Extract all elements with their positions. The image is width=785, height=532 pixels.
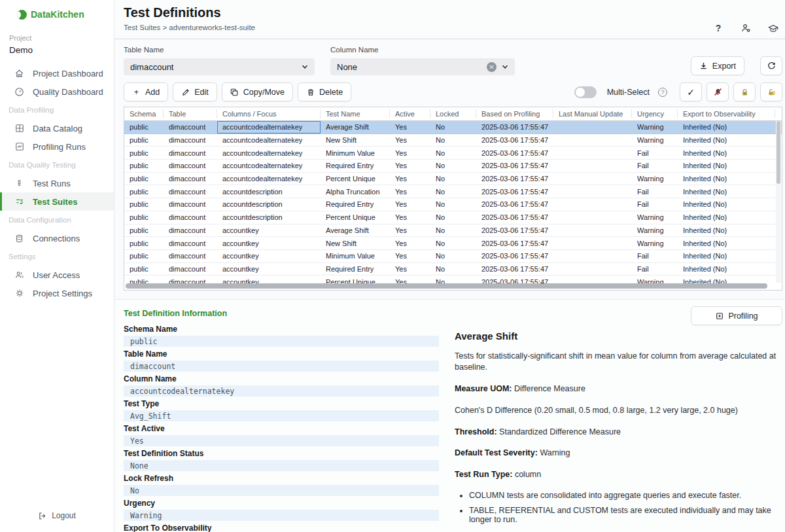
table-row[interactable]: publicdimaccountaccountcodealternatekeyM… [124, 147, 782, 160]
table-cell[interactable]: Inherited (No) [678, 134, 775, 147]
table-cell[interactable] [553, 263, 632, 275]
table-cell[interactable]: Inherited (No) [678, 198, 775, 211]
table-cell[interactable]: public [124, 237, 164, 249]
table-cell[interactable]: dimaccount [164, 211, 217, 224]
table-cell[interactable]: Inherited (No) [678, 250, 775, 262]
table-cell[interactable]: 2025-03-06 17:55:47 [476, 160, 553, 172]
sidebar-item-project-dashboard[interactable]: Project Dashboard [0, 64, 114, 82]
table-cell[interactable]: accountdescription [217, 185, 321, 198]
sidebar-item-data-catalog[interactable]: Data Catalog [0, 119, 114, 137]
table-cell[interactable]: Warning [632, 173, 678, 185]
table-cell[interactable]: public [124, 134, 164, 147]
unlock-button[interactable] [760, 82, 782, 101]
table-cell[interactable] [553, 211, 632, 224]
table-cell[interactable]: public [124, 224, 164, 237]
copy-move-button[interactable]: Copy/Move [222, 82, 293, 101]
table-cell[interactable]: No [430, 147, 476, 159]
table-cell[interactable] [553, 147, 632, 159]
sidebar-item-connections[interactable]: Connections [0, 229, 114, 247]
mute-tests-button[interactable] [706, 82, 729, 101]
table-cell[interactable] [553, 173, 632, 185]
vertical-scrollbar-thumb[interactable] [776, 121, 780, 184]
table-cell[interactable]: Inherited (No) [678, 224, 775, 237]
table-cell[interactable]: Yes [390, 147, 430, 159]
table-cell[interactable]: No [430, 185, 476, 198]
table-cell[interactable]: public [124, 211, 164, 224]
table-cell[interactable]: Yes [390, 121, 430, 133]
table-cell[interactable]: Yes [390, 237, 430, 249]
table-cell[interactable]: Yes [390, 263, 430, 275]
table-cell[interactable]: Inherited (No) [678, 185, 775, 198]
table-cell[interactable]: accountcodealternatekey [217, 173, 321, 185]
sidebar-item-profiling-runs[interactable]: Profiling Runs [0, 137, 114, 156]
header-cell[interactable]: Test Name [321, 107, 390, 120]
table-row[interactable]: publicdimaccountaccountcodealternatekeyR… [124, 160, 782, 173]
table-cell[interactable]: Inherited (No) [678, 263, 775, 275]
table-cell[interactable]: 2025-03-06 17:55:47 [476, 250, 553, 262]
table-cell[interactable]: No [430, 250, 476, 262]
table-cell[interactable]: public [124, 250, 164, 262]
column-name-select[interactable]: None ✕ [330, 58, 515, 75]
table-cell[interactable]: Fail [632, 198, 678, 211]
table-name-select[interactable]: dimaccount [124, 58, 315, 75]
table-cell[interactable]: 2025-03-06 17:55:47 [476, 263, 553, 275]
table-cell[interactable]: Fail [632, 147, 678, 159]
table-cell[interactable]: No [430, 121, 476, 133]
table-cell[interactable]: No [430, 134, 476, 147]
table-cell[interactable]: Percent Unique [321, 211, 390, 224]
table-cell[interactable]: accountcodealternatekey [217, 147, 321, 159]
table-row[interactable]: publicdimaccountaccountkeyMinimum ValueY… [124, 250, 782, 263]
table-cell[interactable]: accountkey [217, 237, 321, 249]
horizontal-scrollbar-thumb[interactable] [126, 283, 767, 289]
table-cell[interactable]: Yes [390, 173, 430, 185]
table-cell[interactable]: Warning [632, 121, 678, 133]
table-cell[interactable] [553, 237, 632, 249]
table-cell[interactable]: No [430, 198, 476, 211]
table-cell[interactable]: Inherited (No) [678, 173, 775, 185]
table-cell[interactable]: 2025-03-06 17:55:47 [476, 147, 553, 159]
table-cell[interactable]: accountkey [217, 250, 321, 262]
table-cell[interactable]: dimaccount [164, 134, 217, 147]
table-cell[interactable]: No [430, 211, 476, 224]
table-cell[interactable]: Fail [632, 185, 678, 198]
table-row[interactable]: publicdimaccountaccountkeyNew ShiftYesNo… [124, 237, 782, 250]
sidebar-item-quality-dashboard[interactable]: Quality Dashboard [0, 82, 114, 101]
table-cell[interactable]: Yes [390, 160, 430, 172]
table-cell[interactable]: public [124, 198, 164, 211]
table-cell[interactable]: 2025-03-06 17:55:47 [476, 237, 553, 249]
table-cell[interactable]: dimaccount [164, 160, 217, 172]
header-cell[interactable]: Based on Profiling [476, 107, 553, 120]
table-cell[interactable]: accountdescription [217, 198, 321, 211]
table-cell[interactable] [553, 185, 632, 198]
table-row[interactable]: publicdimaccountaccountdescriptionPercen… [124, 211, 782, 224]
table-cell[interactable]: public [124, 121, 164, 133]
table-row[interactable]: publicdimaccountaccountcodealternatekeyP… [124, 173, 782, 186]
table-cell[interactable]: dimaccount [164, 198, 217, 211]
delete-button[interactable]: Delete [298, 82, 351, 101]
header-cell[interactable]: Last Manual Update [553, 107, 632, 120]
table-cell[interactable]: Required Entry [321, 160, 390, 172]
header-cell[interactable]: Columns / Focus [217, 107, 321, 120]
lock-button[interactable] [733, 82, 756, 101]
table-cell[interactable]: public [124, 185, 164, 198]
table-cell[interactable]: No [430, 263, 476, 275]
table-cell[interactable]: Warning [632, 224, 678, 237]
header-cell[interactable]: Locked [430, 107, 476, 120]
table-cell[interactable] [553, 224, 632, 237]
table-cell[interactable] [553, 134, 632, 147]
export-button[interactable]: Export [691, 56, 744, 75]
table-cell[interactable]: Inherited (No) [678, 237, 775, 249]
table-row[interactable]: publicdimaccountaccountdescriptionAlpha … [124, 185, 782, 198]
profiling-button[interactable]: Profiling [691, 306, 782, 325]
logout-button[interactable]: Logout [0, 501, 114, 532]
table-cell[interactable]: public [124, 160, 164, 172]
table-cell[interactable] [553, 198, 632, 211]
info-icon[interactable]: ? [658, 88, 667, 97]
table-cell[interactable] [553, 121, 632, 133]
table-cell[interactable]: Yes [390, 185, 430, 198]
table-cell[interactable]: Required Entry [321, 263, 390, 275]
header-cell[interactable]: Export to Observability [678, 107, 775, 120]
table-cell[interactable]: Warning [632, 237, 678, 249]
table-row[interactable]: publicdimaccountaccountkeyRequired Entry… [124, 263, 782, 276]
table-cell[interactable]: dimaccount [164, 237, 217, 249]
